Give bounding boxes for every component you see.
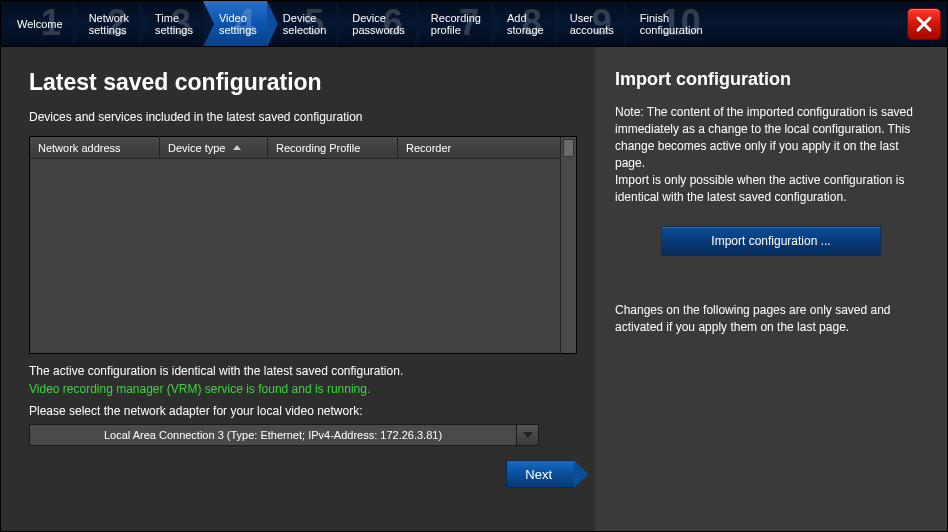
config-table: Network address Device type Recording Pr… <box>29 136 577 354</box>
network-adapter-value: Local Area Connection 3 (Type: Ethernet;… <box>30 425 516 445</box>
side-bottom-note: Changes on the following pages are only … <box>615 302 927 336</box>
table-header: Network address Device type Recording Pr… <box>30 137 560 159</box>
side-title: Import configuration <box>615 69 927 90</box>
table-scrollbar[interactable] <box>560 137 576 353</box>
status-identical: The active configuration is identical wi… <box>29 364 577 378</box>
close-icon <box>915 15 933 33</box>
side-panel: Import configuration Note: The content o… <box>595 47 947 531</box>
next-button[interactable]: Next <box>506 460 575 488</box>
adapter-select-label: Please select the network adapter for yo… <box>29 404 577 418</box>
close-button[interactable] <box>907 8 941 40</box>
network-adapter-select[interactable]: Local Area Connection 3 (Type: Ethernet;… <box>29 424 539 446</box>
step-recording-profile[interactable]: 7 Recording profile <box>415 1 491 46</box>
step-finish-configuration[interactable]: 10 Finish configuration <box>624 1 713 46</box>
side-note: Note: The content of the imported config… <box>615 104 927 206</box>
col-network-address[interactable]: Network address <box>30 137 160 158</box>
col-device-type[interactable]: Device type <box>160 137 268 158</box>
chevron-down-icon[interactable] <box>516 425 538 445</box>
col-recording-profile[interactable]: Recording Profile <box>268 137 398 158</box>
wizard-step-bar: 1 Welcome 2 Network settings 3 Time sett… <box>1 1 947 47</box>
import-configuration-button[interactable]: Import configuration ... <box>661 226 881 256</box>
main-panel: Latest saved configuration Devices and s… <box>1 47 595 531</box>
page-subtitle: Devices and services included in the lat… <box>29 110 577 124</box>
col-recorder[interactable]: Recorder <box>398 137 560 158</box>
next-button-label: Next <box>525 467 552 482</box>
status-vrm: Video recording manager (VRM) service is… <box>29 382 577 396</box>
step-device-passwords[interactable]: 6 Device passwords <box>336 1 415 46</box>
page-title: Latest saved configuration <box>29 69 577 96</box>
